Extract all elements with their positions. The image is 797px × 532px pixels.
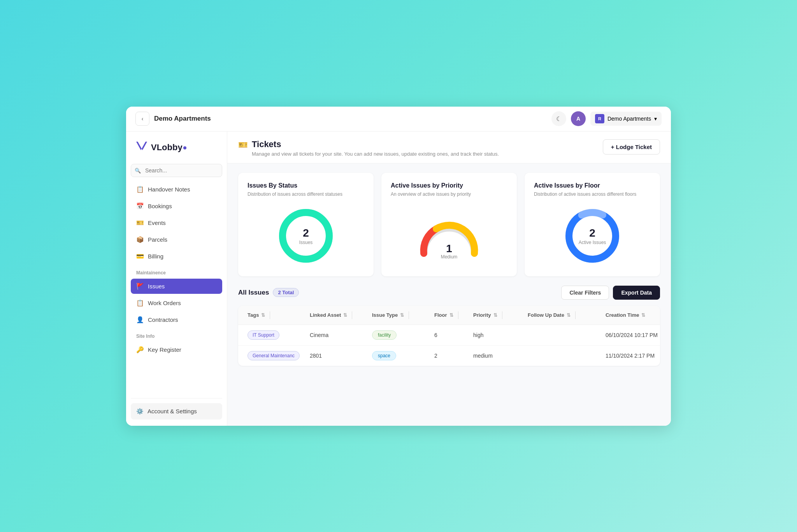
floor-card-title: Active Issues by Floor — [534, 182, 651, 189]
sidebar-item-label: Events — [148, 219, 166, 226]
collapse-icon: ‹ — [142, 116, 144, 122]
column-header-follow-up: Follow Up Date ⇅ — [525, 306, 602, 325]
sidebar-item-label: Work Orders — [148, 300, 181, 306]
column-header-tags: Tags ⇅ — [244, 306, 307, 325]
cell-creation-time-1: 11/10/2024 2:17 PM — [602, 347, 660, 364]
account-settings-button[interactable]: ⚙️ Account & Settings — [131, 403, 222, 420]
tickets-title-area: 🎫 Tickets Manage and view all tickets fo… — [238, 139, 499, 157]
site-info-section-label: Site Info — [131, 329, 222, 341]
status-card-title: Issues By Status — [248, 182, 364, 189]
header-page-title: Demo Apartments — [154, 115, 211, 123]
col-divider — [575, 311, 576, 319]
priority-card-subtitle: An overview of active issues by priority — [391, 191, 507, 197]
priority-label: Medium — [441, 254, 458, 260]
billing-icon: 💳 — [136, 253, 144, 260]
cell-linked-asset-0: Cinema — [307, 327, 369, 344]
status-chart-container: 2 Issues — [248, 205, 364, 267]
account-settings-label: Account & Settings — [147, 408, 197, 414]
sidebar-item-parcels[interactable]: 📦 Parcels — [131, 232, 222, 247]
avatar-initials: A — [576, 116, 580, 122]
issue-type-badge-0: facility — [372, 330, 397, 340]
cell-creation-time-0: 06/10/2024 10:17 PM — [602, 327, 660, 344]
priority-chart-container: 1 Medium — [391, 205, 507, 267]
cell-linked-asset-1: 2801 — [307, 347, 369, 364]
issues-icon: 🚩 — [136, 283, 144, 290]
col-divider — [409, 311, 409, 319]
col-divider — [270, 311, 270, 319]
tag-badge-1: General Maintenanc — [248, 351, 300, 360]
logo-v-icon — [135, 141, 148, 155]
floor-value: 2 — [589, 227, 595, 239]
issues-table-title: All Issues — [238, 289, 269, 297]
search-input[interactable] — [131, 164, 222, 177]
sidebar-item-label: Parcels — [148, 236, 167, 243]
issues-title-row: All Issues 2 Total — [238, 288, 299, 297]
contractors-icon: 👤 — [136, 316, 144, 323]
cell-priority-0: high — [470, 327, 525, 344]
handover-notes-icon: 📋 — [136, 186, 144, 193]
table-row[interactable]: General Maintenanc 2801 space 2 medium 1… — [238, 346, 660, 366]
theme-toggle-button[interactable]: ☾ — [551, 111, 566, 126]
issues-by-status-card: Issues By Status Distribution of issues … — [238, 173, 374, 276]
issue-type-badge-1: space — [372, 351, 396, 360]
export-data-button[interactable]: Export Data — [613, 286, 660, 300]
issues-table: Tags ⇅ Linked Asset ⇅ Issue Type ⇅ — [238, 306, 660, 366]
parcels-icon: 📦 — [136, 236, 144, 243]
chevron-down-icon: ▾ — [654, 116, 657, 122]
issue-type-filter-icon[interactable]: ⇅ — [400, 313, 404, 318]
sidebar-item-work-orders[interactable]: 📋 Work Orders — [131, 295, 222, 311]
table-header: Tags ⇅ Linked Asset ⇅ Issue Type ⇅ — [238, 306, 660, 325]
column-header-creation-time: Creation Time ⇅ — [602, 306, 660, 325]
linked-asset-filter-icon[interactable]: ⇅ — [343, 313, 347, 318]
sidebar-item-handover-notes[interactable]: 📋 Handover Notes — [131, 182, 222, 197]
follow-up-filter-icon[interactable]: ⇅ — [567, 313, 571, 318]
cell-tag-0: IT Support — [244, 325, 307, 345]
col-divider — [458, 311, 458, 319]
sidebar-item-issues[interactable]: 🚩 Issues — [131, 279, 222, 294]
header-left: ‹ Demo Apartments — [135, 112, 211, 126]
collapse-sidebar-button[interactable]: ‹ — [135, 112, 149, 126]
logo-area: VLobby — [131, 138, 222, 162]
table-row[interactable]: IT Support Cinema facility 6 high 06/10/… — [238, 325, 660, 346]
sidebar-item-bookings[interactable]: 📅 Bookings — [131, 198, 222, 214]
priority-value: 1 — [446, 242, 452, 255]
sidebar-item-events[interactable]: 🎫 Events — [131, 215, 222, 230]
sidebar-item-key-register[interactable]: 🔑 Key Register — [131, 342, 222, 357]
sidebar-item-label: Contractors — [148, 316, 178, 323]
sidebar-item-label: Bookings — [148, 203, 172, 209]
settings-icon: ⚙️ — [136, 408, 144, 415]
floor-label: Active Issues — [579, 240, 606, 245]
stats-grid: Issues By Status Distribution of issues … — [227, 163, 671, 286]
theme-icon: ☾ — [556, 115, 562, 123]
column-header-floor: Floor ⇅ — [431, 306, 470, 325]
col-divider — [352, 311, 352, 319]
header-right: ☾ A R Demo Apartments ▾ — [551, 111, 662, 126]
sidebar-item-billing[interactable]: 💳 Billing — [131, 249, 222, 264]
top-header: ‹ Demo Apartments ☾ A R Demo Apartments … — [126, 107, 671, 132]
logo-text: VLobby — [151, 142, 186, 153]
floor-filter-icon[interactable]: ⇅ — [449, 313, 453, 318]
cell-follow-up-1 — [525, 350, 602, 361]
sidebar: VLobby 🔍 📋 Handover Notes 📅 Bookings 🎫 E… — [126, 132, 227, 426]
sidebar-item-contractors[interactable]: 👤 Contractors — [131, 312, 222, 327]
cell-issue-type-1: space — [369, 346, 431, 366]
sidebar-footer: ⚙️ Account & Settings — [131, 398, 222, 420]
tickets-title-block: Tickets Manage and view all tickets for … — [252, 139, 499, 157]
site-selector-label: Demo Apartments — [607, 116, 651, 122]
creation-time-filter-icon[interactable]: ⇅ — [641, 313, 645, 318]
floor-chart-container: 2 Active Issues — [534, 205, 651, 267]
issues-by-floor-card: Active Issues by Floor Distribution of a… — [525, 173, 660, 276]
cell-floor-1: 2 — [431, 347, 470, 364]
priority-filter-icon[interactable]: ⇅ — [493, 313, 497, 318]
tickets-title: Tickets — [252, 139, 499, 149]
search-icon: 🔍 — [135, 167, 141, 173]
tags-filter-icon[interactable]: ⇅ — [261, 313, 265, 318]
issues-by-priority-card: Active Issues by Priority An overview of… — [381, 173, 517, 276]
sidebar-item-label: Billing — [148, 253, 163, 260]
site-selector-button[interactable]: R Demo Apartments ▾ — [590, 112, 662, 126]
tickets-subtitle: Manage and view all tickets for your sit… — [252, 151, 499, 157]
cell-floor-0: 6 — [431, 327, 470, 344]
clear-filters-button[interactable]: Clear Filters — [561, 286, 609, 300]
user-avatar[interactable]: A — [571, 111, 586, 126]
lodge-ticket-button[interactable]: + Lodge Ticket — [603, 139, 660, 155]
